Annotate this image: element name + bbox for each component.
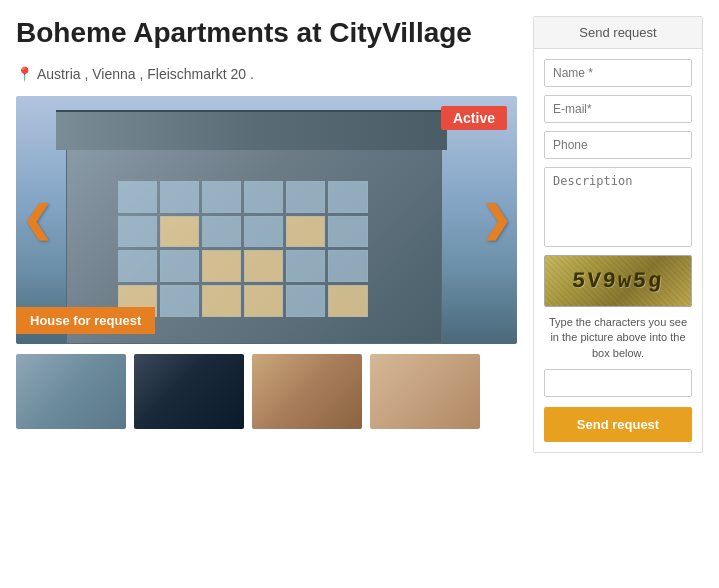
captcha-input[interactable]	[544, 369, 692, 397]
send-request-form: 5V9w5g Type the characters you see in th…	[534, 49, 702, 452]
send-request-header: Send request	[534, 17, 702, 49]
location-bar: 📍 Austria , Vienna , Fleischmarkt 20 .	[16, 66, 517, 82]
window	[244, 181, 283, 213]
active-badge: Active	[441, 106, 507, 130]
window	[328, 181, 367, 213]
thumbnail-3[interactable]	[252, 354, 362, 429]
sidebar: Send request 5V9w5g Type the characters …	[533, 16, 703, 572]
description-input[interactable]	[544, 167, 692, 247]
thumbnail-4[interactable]	[370, 354, 480, 429]
email-input[interactable]	[544, 95, 692, 123]
window	[202, 181, 241, 213]
thumbnail-2[interactable]	[134, 354, 244, 429]
window	[160, 285, 199, 317]
window	[160, 250, 199, 282]
location-text: Austria , Vienna , Fleischmarkt 20 .	[37, 66, 254, 82]
carousel-next-button[interactable]: ❯	[481, 199, 511, 241]
image-carousel: ❮ ❯ Active House for request	[16, 96, 517, 344]
window	[244, 250, 283, 282]
thumbnail-1[interactable]	[16, 354, 126, 429]
house-for-request-badge: House for request	[16, 307, 155, 334]
main-content: Boheme Apartments at CityVillage 📍 Austr…	[16, 16, 517, 572]
window	[118, 216, 157, 248]
thumbnail-4-img	[370, 354, 480, 429]
captcha-image: 5V9w5g	[544, 255, 692, 307]
location-pin-icon: 📍	[16, 66, 33, 82]
window	[286, 181, 325, 213]
window	[118, 250, 157, 282]
window	[328, 285, 367, 317]
window	[286, 285, 325, 317]
phone-input[interactable]	[544, 131, 692, 159]
window	[244, 285, 283, 317]
building-roof	[56, 110, 447, 150]
window	[118, 181, 157, 213]
thumbnail-3-img	[252, 354, 362, 429]
carousel-prev-button[interactable]: ❮	[22, 199, 52, 241]
send-request-panel: Send request 5V9w5g Type the characters …	[533, 16, 703, 453]
window	[286, 216, 325, 248]
window	[286, 250, 325, 282]
building-windows	[112, 175, 374, 322]
window	[160, 216, 199, 248]
window	[244, 216, 283, 248]
window	[202, 285, 241, 317]
thumbnail-strip	[16, 354, 517, 429]
send-request-button[interactable]: Send request	[544, 407, 692, 442]
captcha-text: 5V9w5g	[571, 269, 664, 294]
window	[328, 250, 367, 282]
thumbnail-1-img	[16, 354, 126, 429]
window	[328, 216, 367, 248]
name-input[interactable]	[544, 59, 692, 87]
captcha-instruction: Type the characters you see in the pictu…	[544, 315, 692, 361]
window	[160, 181, 199, 213]
window	[202, 216, 241, 248]
window	[202, 250, 241, 282]
page-title: Boheme Apartments at CityVillage	[16, 16, 517, 50]
thumbnail-2-img	[134, 354, 244, 429]
